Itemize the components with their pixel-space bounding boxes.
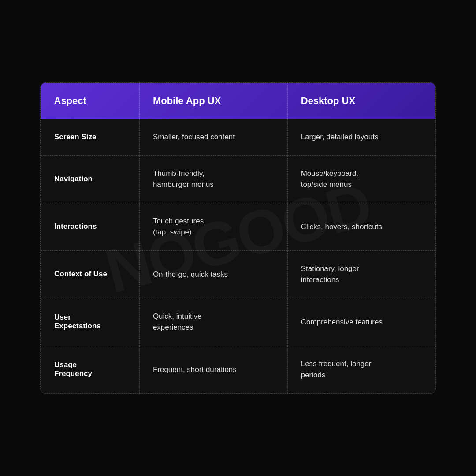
cell-aspect-3: Context of Use [41,250,140,298]
comparison-table: Aspect Mobile App UX Desktop UX Screen S… [41,83,435,393]
cell-desktop-5: Less frequent, longer periods [287,346,435,393]
cell-mobile-0: Smaller, focused content [139,119,287,155]
aspect-label-1: Navigation [54,175,93,183]
mobile-value-3: On-the-go, quick tasks [153,270,228,279]
cell-desktop-2: Clicks, hovers, shortcuts [287,203,435,250]
table-row: User ExpectationsQuick, intuitive experi… [41,298,436,346]
table-body: Screen SizeSmaller, focused contentLarge… [41,119,436,393]
aspect-label-5: Usage Frequency [54,361,92,378]
header-desktop: Desktop UX [287,83,435,119]
header-desktop-label: Desktop UX [301,95,355,106]
desktop-value-0: Larger, detailed layouts [301,133,379,141]
aspect-label-3: Context of Use [54,270,107,278]
cell-mobile-1: Thumb-friendly, hamburger menus [139,155,287,203]
desktop-value-5: Less frequent, longer periods [301,360,372,379]
cell-desktop-0: Larger, detailed layouts [287,119,435,155]
cell-desktop-1: Mouse/keyboard, top/side menus [287,155,435,203]
cell-mobile-3: On-the-go, quick tasks [139,250,287,298]
table-row: NavigationThumb-friendly, hamburger menu… [41,155,436,203]
comparison-card: NOGOOD Aspect Mobile App UX Desktop UX [40,82,436,394]
aspect-label-0: Screen Size [54,133,96,141]
cell-aspect-0: Screen Size [41,119,140,155]
desktop-value-4: Comprehensive features [301,318,383,326]
mobile-value-4: Quick, intuitive experiences [153,312,202,332]
table-header: Aspect Mobile App UX Desktop UX [41,83,436,119]
desktop-value-2: Clicks, hovers, shortcuts [301,223,382,231]
mobile-value-0: Smaller, focused content [153,133,235,141]
header-aspect: Aspect [41,83,140,119]
header-row: Aspect Mobile App UX Desktop UX [41,83,436,119]
cell-desktop-3: Stationary, longer interactions [287,250,435,298]
cell-aspect-4: User Expectations [41,298,140,346]
desktop-value-3: Stationary, longer interactions [301,264,359,284]
table-wrapper: Aspect Mobile App UX Desktop UX Screen S… [40,82,436,394]
cell-mobile-5: Frequent, short durations [139,346,287,393]
table-row: InteractionsTouch gestures (tap, swipe)C… [41,203,436,250]
header-mobile: Mobile App UX [139,83,287,119]
card-inner: Aspect Mobile App UX Desktop UX Screen S… [40,82,436,394]
header-aspect-label: Aspect [54,95,86,106]
table-row: Context of UseOn-the-go, quick tasksStat… [41,250,436,298]
aspect-label-2: Interactions [54,222,97,231]
cell-mobile-2: Touch gestures (tap, swipe) [139,203,287,250]
cell-aspect-1: Navigation [41,155,140,203]
mobile-value-1: Thumb-friendly, hamburger menus [153,169,214,189]
cell-mobile-4: Quick, intuitive experiences [139,298,287,346]
aspect-label-4: User Expectations [54,313,101,330]
cell-aspect-5: Usage Frequency [41,346,140,393]
desktop-value-1: Mouse/keyboard, top/side menus [301,169,358,189]
header-mobile-label: Mobile App UX [153,95,221,106]
mobile-value-2: Touch gestures (tap, swipe) [153,217,204,237]
table-row: Usage FrequencyFrequent, short durations… [41,346,436,393]
table-row: Screen SizeSmaller, focused contentLarge… [41,119,436,155]
cell-aspect-2: Interactions [41,203,140,250]
mobile-value-5: Frequent, short durations [153,365,237,374]
cell-desktop-4: Comprehensive features [287,298,435,346]
